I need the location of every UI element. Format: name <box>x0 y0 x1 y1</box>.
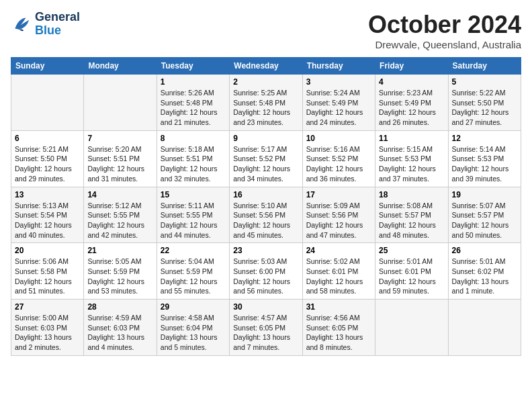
day-number: 20 <box>15 246 80 255</box>
day-number: 15 <box>161 190 226 199</box>
calendar-cell: 4Sunrise: 5:23 AM Sunset: 5:49 PM Daylig… <box>375 75 448 131</box>
logo-blue: Blue <box>35 24 80 38</box>
day-info: Sunrise: 5:14 AM Sunset: 5:53 PM Dayligh… <box>452 144 517 184</box>
day-number: 26 <box>452 246 517 255</box>
day-info: Sunrise: 5:06 AM Sunset: 5:58 PM Dayligh… <box>15 257 80 296</box>
day-info: Sunrise: 5:07 AM Sunset: 5:57 PM Dayligh… <box>452 201 517 240</box>
calendar-cell: 14Sunrise: 5:12 AM Sunset: 5:55 PM Dayli… <box>84 187 157 243</box>
calendar-cell: 23Sunrise: 5:03 AM Sunset: 6:00 PM Dayli… <box>230 243 302 300</box>
day-number: 22 <box>161 246 226 255</box>
day-number: 3 <box>306 77 371 87</box>
calendar-cell: 24Sunrise: 5:02 AM Sunset: 6:01 PM Dayli… <box>302 243 375 300</box>
day-info: Sunrise: 5:21 AM Sunset: 5:50 PM Dayligh… <box>15 144 80 184</box>
day-number: 27 <box>15 302 80 312</box>
day-number: 30 <box>233 302 298 312</box>
logo-icon <box>11 13 32 35</box>
calendar-cell: 2Sunrise: 5:25 AM Sunset: 5:48 PM Daylig… <box>230 75 302 131</box>
day-number: 5 <box>452 77 517 87</box>
day-info: Sunrise: 4:59 AM Sunset: 6:03 PM Dayligh… <box>87 313 152 353</box>
day-number: 18 <box>379 190 444 199</box>
calendar-cell: 13Sunrise: 5:13 AM Sunset: 5:54 PM Dayli… <box>11 187 84 243</box>
calendar-cell: 5Sunrise: 5:22 AM Sunset: 5:50 PM Daylig… <box>448 75 521 131</box>
day-info: Sunrise: 5:18 AM Sunset: 5:51 PM Dayligh… <box>161 144 226 184</box>
week-row-1: 1Sunrise: 5:26 AM Sunset: 5:48 PM Daylig… <box>11 75 521 131</box>
calendar-cell: 25Sunrise: 5:01 AM Sunset: 6:01 PM Dayli… <box>375 243 448 300</box>
day-number: 8 <box>161 134 226 143</box>
day-number: 14 <box>87 190 152 199</box>
day-number: 24 <box>306 246 371 255</box>
day-info: Sunrise: 5:17 AM Sunset: 5:52 PM Dayligh… <box>233 144 298 184</box>
weekday-header-monday: Monday <box>84 58 157 75</box>
calendar-cell: 11Sunrise: 5:15 AM Sunset: 5:53 PM Dayli… <box>375 130 448 187</box>
week-row-2: 6Sunrise: 5:21 AM Sunset: 5:50 PM Daylig… <box>11 130 521 187</box>
day-number: 12 <box>452 134 517 143</box>
calendar-cell: 26Sunrise: 5:01 AM Sunset: 6:02 PM Dayli… <box>448 243 521 300</box>
calendar-cell: 19Sunrise: 5:07 AM Sunset: 5:57 PM Dayli… <box>448 187 521 243</box>
day-info: Sunrise: 5:25 AM Sunset: 5:48 PM Dayligh… <box>233 88 298 128</box>
day-number: 29 <box>161 302 226 312</box>
calendar-cell <box>375 300 448 356</box>
day-number: 7 <box>87 134 152 143</box>
day-info: Sunrise: 5:03 AM Sunset: 6:00 PM Dayligh… <box>233 257 298 296</box>
day-number: 9 <box>233 134 298 143</box>
calendar-cell: 10Sunrise: 5:16 AM Sunset: 5:52 PM Dayli… <box>302 130 375 187</box>
day-number: 25 <box>379 246 444 255</box>
location: Drewvale, Queensland, Australia <box>368 39 521 50</box>
calendar-cell: 29Sunrise: 4:58 AM Sunset: 6:04 PM Dayli… <box>157 300 229 356</box>
calendar-cell <box>11 75 84 131</box>
calendar-cell <box>84 75 157 131</box>
day-info: Sunrise: 5:13 AM Sunset: 5:54 PM Dayligh… <box>15 201 80 240</box>
weekday-header-tuesday: Tuesday <box>157 58 229 75</box>
day-info: Sunrise: 5:24 AM Sunset: 5:49 PM Dayligh… <box>306 88 371 128</box>
calendar-cell: 1Sunrise: 5:26 AM Sunset: 5:48 PM Daylig… <box>157 75 229 131</box>
calendar-cell: 8Sunrise: 5:18 AM Sunset: 5:51 PM Daylig… <box>157 130 229 187</box>
day-number: 31 <box>306 302 371 312</box>
calendar-cell: 9Sunrise: 5:17 AM Sunset: 5:52 PM Daylig… <box>230 130 302 187</box>
calendar-cell: 20Sunrise: 5:06 AM Sunset: 5:58 PM Dayli… <box>11 243 84 300</box>
day-info: Sunrise: 5:00 AM Sunset: 6:03 PM Dayligh… <box>15 313 80 353</box>
weekday-header-row: SundayMondayTuesdayWednesdayThursdayFrid… <box>11 58 521 75</box>
page-header: General Blue October 2024 Drewvale, Quee… <box>11 11 521 50</box>
calendar-cell: 17Sunrise: 5:09 AM Sunset: 5:56 PM Dayli… <box>302 187 375 243</box>
day-number: 16 <box>233 190 298 199</box>
calendar-cell: 12Sunrise: 5:14 AM Sunset: 5:53 PM Dayli… <box>448 130 521 187</box>
day-number: 23 <box>233 246 298 255</box>
day-number: 13 <box>15 190 80 199</box>
week-row-5: 27Sunrise: 5:00 AM Sunset: 6:03 PM Dayli… <box>11 300 521 356</box>
calendar-cell: 16Sunrise: 5:10 AM Sunset: 5:56 PM Dayli… <box>230 187 302 243</box>
day-number: 10 <box>306 134 371 143</box>
day-info: Sunrise: 4:58 AM Sunset: 6:04 PM Dayligh… <box>161 313 226 353</box>
day-info: Sunrise: 5:04 AM Sunset: 5:59 PM Dayligh… <box>161 257 226 296</box>
calendar-cell: 21Sunrise: 5:05 AM Sunset: 5:59 PM Dayli… <box>84 243 157 300</box>
week-row-4: 20Sunrise: 5:06 AM Sunset: 5:58 PM Dayli… <box>11 243 521 300</box>
day-number: 19 <box>452 190 517 199</box>
calendar-cell: 22Sunrise: 5:04 AM Sunset: 5:59 PM Dayli… <box>157 243 229 300</box>
month-title: October 2024 <box>368 11 521 39</box>
day-number: 6 <box>15 134 80 143</box>
calendar-cell: 7Sunrise: 5:20 AM Sunset: 5:51 PM Daylig… <box>84 130 157 187</box>
day-info: Sunrise: 5:09 AM Sunset: 5:56 PM Dayligh… <box>306 201 371 240</box>
day-info: Sunrise: 5:01 AM Sunset: 6:02 PM Dayligh… <box>452 257 517 296</box>
day-number: 28 <box>87 302 152 312</box>
day-info: Sunrise: 4:57 AM Sunset: 6:05 PM Dayligh… <box>233 313 298 353</box>
weekday-header-sunday: Sunday <box>11 58 84 75</box>
day-info: Sunrise: 5:22 AM Sunset: 5:50 PM Dayligh… <box>452 88 517 128</box>
day-info: Sunrise: 5:16 AM Sunset: 5:52 PM Dayligh… <box>306 144 371 184</box>
day-info: Sunrise: 5:20 AM Sunset: 5:51 PM Dayligh… <box>87 144 152 184</box>
day-number: 21 <box>87 246 152 255</box>
day-number: 17 <box>306 190 371 199</box>
calendar-cell: 30Sunrise: 4:57 AM Sunset: 6:05 PM Dayli… <box>230 300 302 356</box>
calendar-cell: 28Sunrise: 4:59 AM Sunset: 6:03 PM Dayli… <box>84 300 157 356</box>
calendar-cell: 15Sunrise: 5:11 AM Sunset: 5:55 PM Dayli… <box>157 187 229 243</box>
calendar-table: SundayMondayTuesdayWednesdayThursdayFrid… <box>11 57 521 356</box>
day-info: Sunrise: 5:23 AM Sunset: 5:49 PM Dayligh… <box>379 88 444 128</box>
day-info: Sunrise: 5:11 AM Sunset: 5:55 PM Dayligh… <box>161 201 226 240</box>
day-number: 1 <box>161 77 226 87</box>
logo: General Blue <box>11 11 80 38</box>
day-info: Sunrise: 5:01 AM Sunset: 6:01 PM Dayligh… <box>379 257 444 296</box>
day-info: Sunrise: 5:26 AM Sunset: 5:48 PM Dayligh… <box>161 88 226 128</box>
calendar-cell: 3Sunrise: 5:24 AM Sunset: 5:49 PM Daylig… <box>302 75 375 131</box>
weekday-header-friday: Friday <box>375 58 448 75</box>
day-info: Sunrise: 5:15 AM Sunset: 5:53 PM Dayligh… <box>379 144 444 184</box>
weekday-header-thursday: Thursday <box>302 58 375 75</box>
